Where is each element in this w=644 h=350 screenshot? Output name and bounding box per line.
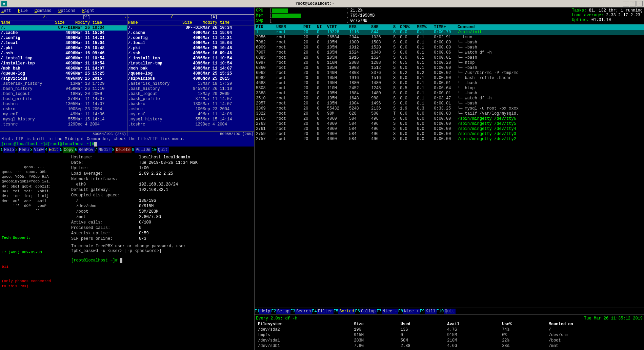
- col-res[interactable]: RES: [349, 25, 371, 30]
- table-row[interactable]: 7007 root 20 0 105M 1524 1048 S 0.0 0.1 …: [255, 50, 644, 55]
- list-item[interactable]: /.pki4096Mar 25 10:48: [0, 46, 127, 51]
- list-item[interactable]: /queue-log4096Mar 25 15:25: [127, 71, 254, 76]
- htop-f7-nice-minus[interactable]: Nice -: [382, 309, 398, 314]
- mc-f9-pulldn[interactable]: PullDn: [135, 147, 151, 153]
- table-row[interactable]: 3510 root 20 0 105M 1648 988 S 0.0 0.1 0…: [255, 96, 644, 101]
- list-item[interactable]: /.local4096Mar 11 15:04: [0, 41, 127, 46]
- mc-menu-command[interactable]: Command: [35, 8, 52, 13]
- mc-menu-file[interactable]: File: [18, 8, 28, 13]
- list-item[interactable]: /.UP--DIRMar 26 10:34: [127, 25, 254, 31]
- htop-f1-help[interactable]: Help: [259, 309, 271, 314]
- right-nav-up[interactable]: ←: [128, 15, 130, 20]
- right-nav-down[interactable]: →: [251, 15, 254, 20]
- list-item[interactable]: /.local4096Mar 11 15:04: [127, 41, 254, 46]
- list-item[interactable]: .asterisk_history13Mar 18 17:29: [127, 81, 254, 86]
- col-time[interactable]: TIME+: [434, 25, 458, 30]
- mc-f2-menu[interactable]: Menu: [18, 147, 30, 153]
- mc-f1-help[interactable]: Help: [3, 147, 15, 153]
- table-row[interactable]: 6997 root 20 0 110M 2008 1288 R 0.5 0.1 …: [255, 60, 644, 65]
- col-command[interactable]: Command: [458, 25, 643, 30]
- list-item[interactable]: .bash_logout18May 20 2009: [0, 92, 127, 97]
- mc-f10-quit[interactable]: Quit: [157, 147, 169, 153]
- list-item[interactable]: /moh_bak4096Mar 11 14:07: [127, 66, 254, 71]
- table-row[interactable]: 7082 root 20 0 105M 1900 1508 S 0.0 0.1 …: [255, 40, 644, 45]
- col-pid[interactable]: PID: [256, 25, 276, 30]
- mc-f3-view[interactable]: View: [33, 147, 45, 153]
- table-row[interactable]: 1 root 20 0 19228 1116 844 S 0.0 0.1 0:0…: [255, 30, 644, 35]
- list-item[interactable]: .mysql_history555Mar 15 14:14: [127, 117, 254, 122]
- list-item[interactable]: .bash_logout18May 20 2009: [127, 92, 254, 97]
- table-row[interactable]: 6909 root 20 0 105M 1912 1520 S 0.0 0.1 …: [255, 45, 644, 50]
- list-item[interactable]: .tcshrc129Dec 4 2004: [127, 122, 254, 127]
- list-item[interactable]: /sipvicious4096Nov 25 2015: [0, 76, 127, 81]
- htop-f5-sorted[interactable]: Sorted: [338, 309, 355, 314]
- col-virt[interactable]: VIRT: [327, 25, 349, 30]
- list-item[interactable]: /installer-tmp4096Mar 11 10:54: [127, 61, 254, 66]
- list-item[interactable]: .asterisk_history13Mar 18 17:29: [0, 81, 127, 86]
- list-item[interactable]: .my.cnf49Mar 11 14:06: [127, 112, 254, 117]
- table-row[interactable]: 3388 root 20 0 105M 1884 1480 S 0.0 0.1 …: [255, 91, 644, 96]
- list-item[interactable]: /sipvicious4096Nov 25 2015: [127, 76, 254, 81]
- list-item[interactable]: /.ssh4096Mar 16 09:46: [127, 51, 254, 56]
- table-row[interactable]: 6885 root 20 0 105M 1916 1524 S 0.0 0.1 …: [255, 55, 644, 60]
- list-item[interactable]: .bashrc1305Mar 11 14:07: [0, 102, 127, 107]
- list-item[interactable]: /.config4096Mar 11 14:31: [0, 36, 127, 41]
- list-item[interactable]: /_install_tmp_4096Mar 11 10:54: [0, 56, 127, 61]
- htop-f4-filter[interactable]: Filter: [317, 309, 334, 314]
- left-nav-up[interactable]: ←: [1, 15, 3, 20]
- htop-f2-setup[interactable]: Setup: [276, 309, 290, 314]
- close-button[interactable]: ✕: [637, 1, 643, 6]
- list-item[interactable]: .bashrc1305Mar 11 14:07: [127, 102, 254, 107]
- list-item[interactable]: .mysql_history555Mar 15 14:14: [0, 117, 127, 122]
- table-row[interactable]: 2761 root 20 0 4060 584 496 S 0.0 0.0 0:…: [255, 127, 644, 132]
- list-item[interactable]: .cshrc100Sep 23 2004: [127, 107, 254, 112]
- table-row[interactable]: 2759 root 20 0 4060 584 496 S 0.0 0.0 0:…: [255, 132, 644, 137]
- list-item[interactable]: /.UP--DIRMar 26 10:34: [0, 25, 127, 31]
- col-cpu[interactable]: CPU%: [400, 25, 417, 30]
- htop-f9-kill[interactable]: Kill: [425, 309, 437, 314]
- table-row[interactable]: 2757 root 20 0 4060 584 496 S 0.0 0.0 0:…: [255, 137, 644, 142]
- minimize-button[interactable]: ─: [623, 1, 629, 6]
- table-row[interactable]: 2763 root 20 0 4060 584 496 S 0.0 0.0 0:…: [255, 121, 644, 127]
- table-row[interactable]: 6962 root 20 0 149M 4808 3376 S 0.2 0.2 …: [255, 71, 644, 76]
- col-user[interactable]: USER: [276, 25, 303, 30]
- table-row[interactable]: 2956 root 20 0 26584 2044 1036 S 0.0 0.1…: [255, 35, 644, 40]
- table-row[interactable]: 4688 root 20 0 105M 1880 1480 S 0.0 0.1 …: [255, 81, 644, 86]
- list-item[interactable]: .cshrc100Sep 23 2004: [0, 107, 127, 112]
- mc-menu-left[interactable]: Left: [1, 8, 11, 13]
- list-item[interactable]: .my.cnf49Mar 11 14:06: [0, 112, 127, 117]
- list-item[interactable]: .bash_history9459Mar 26 11:10: [0, 86, 127, 92]
- mc-menu-right[interactable]: Right: [82, 8, 94, 13]
- list-item[interactable]: /.config4096Mar 11 14:31: [127, 36, 254, 41]
- col-s[interactable]: S: [393, 25, 400, 30]
- list-item[interactable]: /.cache4096Mar 11 15:04: [0, 31, 127, 36]
- left-nav-down[interactable]: →: [124, 15, 126, 20]
- table-row[interactable]: 3322 root 20 0 98M 628 500 T 0.0 0.0 0:0…: [255, 111, 644, 116]
- list-item[interactable]: .bash_profile374Mar 11 14:07: [127, 97, 254, 102]
- mc-f4-edit[interactable]: Edit: [48, 147, 60, 153]
- col-pri[interactable]: PRI: [303, 25, 317, 30]
- list-item[interactable]: /installer-tmp4096Mar 11 10:54: [0, 61, 127, 66]
- list-item[interactable]: .bash_history9459Mar 26 11:10: [127, 86, 254, 92]
- list-item[interactable]: /moh_bak4096Mar 11 14:07: [0, 66, 127, 71]
- htop-f10-quit[interactable]: Quit: [444, 309, 456, 314]
- list-item[interactable]: .tcshrc129Dec 4 2004: [0, 122, 127, 127]
- mc-f8-delete[interactable]: Delete: [115, 147, 132, 153]
- table-row[interactable]: 3369 root 20 0 55432 5248 2136 S 1.9 0.3…: [255, 106, 644, 111]
- col-mem[interactable]: MEM%: [417, 25, 434, 30]
- list-item[interactable]: /.ssh4096Mar 16 09:46: [0, 51, 127, 56]
- table-row[interactable]: 6982 root 20 0 105M 1916 1516 S 0.0 0.1 …: [255, 76, 644, 81]
- col-ni[interactable]: NI: [317, 25, 327, 30]
- htop-f3-search[interactable]: Search: [295, 309, 312, 314]
- table-row[interactable]: 2765 root 20 0 4060 584 496 S 0.0 0.0 0:…: [255, 116, 644, 121]
- list-item[interactable]: /_install_tmp_4096Mar 11 10:54: [127, 56, 254, 61]
- col-shr[interactable]: SHR: [371, 25, 393, 30]
- mc-f6-renmov[interactable]: RenMov: [78, 147, 94, 153]
- maximize-button[interactable]: □: [630, 1, 636, 6]
- htop-f8-nice-plus[interactable]: Nice +: [403, 309, 420, 314]
- htop-f6-collap[interactable]: Collap: [360, 309, 377, 314]
- table-row[interactable]: 6860 root 20 0 105M 1908 1512 S 0.0 0.1 …: [255, 65, 644, 71]
- list-item[interactable]: /queue-log4096Mar 25 15:25: [0, 71, 127, 76]
- list-item[interactable]: /.cache4096Mar 11 15:04: [127, 31, 254, 36]
- list-item[interactable]: .bash_profile374Mar 11 14:07: [0, 97, 127, 102]
